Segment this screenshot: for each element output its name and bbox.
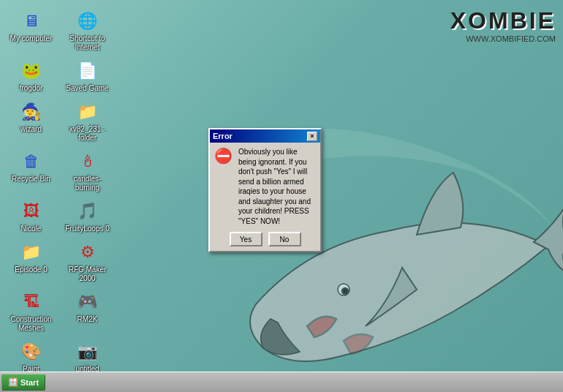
icon-label-9: FruityLoops 0	[65, 225, 110, 233]
start-label: Start	[20, 378, 39, 387]
xombie-title: XOMBIE	[450, 7, 556, 34]
error-icon: ⛔	[214, 147, 235, 167]
desktop-icon-5[interactable]: 📁xv82_231 - folder	[60, 97, 115, 146]
desktop-icons-container: 🖥My computer🌐Shortcut to Internet🐸frogdo…	[0, 0, 168, 392]
icon-label-8: Nicole	[21, 225, 42, 233]
icon-image-6: 🗑	[20, 150, 43, 173]
svg-point-1	[342, 288, 348, 294]
desktop-icon-4[interactable]: 🧙wizard	[4, 97, 58, 137]
desktop-icon-1[interactable]: 🌐Shortcut to Internet	[60, 7, 115, 55]
icon-label-3: Saved Game	[66, 84, 108, 93]
desktop-icon-6[interactable]: 🗑Recycle Bin	[4, 147, 58, 186]
desktop-icon-9[interactable]: 🎵FruityLoops 0	[60, 197, 115, 236]
icon-label-5: xv82_231 - folder	[61, 125, 113, 143]
desktop-icon-12[interactable]: 🏗Construction Meshes	[4, 287, 58, 336]
xombie-url: WWW.XOMBIFIED.COM	[450, 34, 556, 43]
icon-image-9: 🎵	[76, 200, 99, 223]
icon-image-14: 🎨	[20, 340, 43, 363]
taskbar: 🪟 Start	[0, 372, 563, 392]
xombie-logo: XOMBIE WWW.XOMBIFIED.COM	[450, 7, 556, 43]
icon-label-13: RM2K	[78, 315, 98, 324]
dialog-close-button[interactable]: ×	[307, 132, 317, 141]
desktop-icon-2[interactable]: 🐸frogdor	[4, 56, 58, 96]
icon-image-10: 📁	[20, 241, 43, 264]
icon-label-7: candles-burning	[61, 175, 113, 192]
dialog-buttons: Yes No	[210, 229, 320, 251]
icon-image-15: 📷	[76, 340, 99, 363]
dialog-yes-button[interactable]: Yes	[230, 232, 262, 246]
dialog-body: ⛔ Obviously you like being ignorant. If …	[210, 143, 320, 229]
icon-image-12: 🏗	[20, 290, 43, 314]
icon-image-5: 📁	[76, 100, 99, 124]
dialog-title: Error	[213, 132, 233, 140]
error-dialog: Error × ⛔ Obviously you like being ignor…	[208, 128, 322, 252]
icon-label-4: wizard	[20, 125, 42, 134]
icon-image-8: 🖼	[20, 200, 43, 223]
desktop-icon-8[interactable]: 🖼Nicole	[4, 197, 58, 236]
icon-image-11: ⚙	[76, 241, 99, 264]
icon-label-1: Shortcut to Internet	[61, 34, 113, 52]
icon-image-0: 🖥	[20, 10, 43, 33]
icon-label-6: Recycle Bin	[12, 175, 50, 184]
start-button[interactable]: 🪟 Start	[1, 374, 45, 391]
icon-label-11: RFG Maker 2000	[61, 265, 113, 283]
dialog-titlebar: Error ×	[210, 129, 320, 143]
desktop-icon-15[interactable]: 📷untitled	[60, 337, 115, 377]
desktop-icon-10[interactable]: 📁Episode 0	[4, 238, 58, 277]
desktop-icon-11[interactable]: ⚙RFG Maker 2000	[60, 238, 115, 286]
icon-image-13: 🎮	[76, 290, 99, 314]
icon-label-0: My computer	[10, 34, 53, 43]
dialog-no-button[interactable]: No	[268, 232, 301, 246]
icon-image-7: 🕯	[76, 150, 99, 173]
icon-image-2: 🐸	[20, 59, 43, 83]
dialog-message: Obviously you like being ignorant. If yo…	[238, 147, 316, 226]
icon-image-4: 🧙	[20, 100, 43, 124]
start-windows-icon: 🪟	[8, 377, 18, 387]
desktop-icon-3[interactable]: 📄Saved Game	[60, 56, 115, 96]
icon-label-2: frogdor	[20, 84, 43, 93]
icon-image-1: 🌐	[76, 10, 99, 33]
icon-label-10: Episode 0	[15, 265, 47, 274]
desktop-icon-7[interactable]: 🕯candles-burning	[60, 147, 115, 195]
desktop-icon-0[interactable]: 🖥My computer	[4, 7, 58, 46]
desktop-icon-13[interactable]: 🎮RM2K	[60, 287, 115, 327]
icon-label-12: Construction Meshes	[5, 315, 57, 333]
icon-image-3: 📄	[76, 59, 99, 83]
desktop-icon-14[interactable]: 🎨Paint	[4, 337, 58, 377]
